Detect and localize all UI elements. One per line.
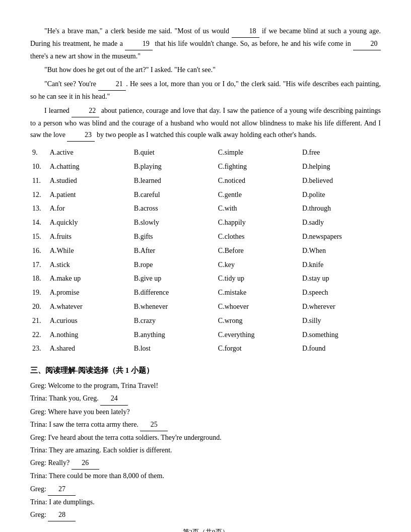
option-cell: C.gentle bbox=[216, 188, 300, 202]
blank-21: 21 bbox=[98, 78, 126, 91]
paragraph-3: "Can't see? You're 21. He sees a lot, mo… bbox=[30, 78, 381, 103]
question-num: 23. bbox=[30, 342, 48, 356]
question-num: 17. bbox=[30, 258, 48, 272]
dialog-line: Greg: 27 bbox=[30, 483, 381, 496]
table-row: 10.A.chattingB.playingC.fightingD.helpin… bbox=[30, 160, 381, 174]
dialog-line: Greg: Where have you been lately? bbox=[30, 406, 381, 418]
dialog-speaker: Trina: bbox=[30, 498, 47, 506]
question-num: 20. bbox=[30, 300, 48, 314]
option-cell: D.When bbox=[300, 244, 381, 258]
option-cell: B.difference bbox=[132, 286, 216, 300]
option-cell: A.nothing bbox=[48, 328, 132, 342]
question-num: 12. bbox=[30, 188, 48, 202]
paragraph-2: "But how does he get out of the art?" I … bbox=[30, 64, 381, 76]
blank-22: 22 bbox=[72, 105, 99, 117]
paragraph-1: "He's a brave man," a clerk beside me sa… bbox=[30, 25, 381, 62]
dialog-line: Trina: Thank you, Greg. 24 bbox=[30, 392, 381, 405]
dialog-blank: 27 bbox=[48, 483, 76, 496]
table-row: 11.A.studiedB.learnedC.noticedD.believed bbox=[30, 174, 381, 188]
dialog-blank: 25 bbox=[140, 418, 168, 431]
table-row: 9.A.activeB.quietC.simpleD.free bbox=[30, 146, 381, 160]
dialog-blank: 24 bbox=[100, 392, 128, 405]
option-cell: D.free bbox=[300, 146, 381, 160]
option-cell: B.careful bbox=[132, 188, 216, 202]
option-cell: A.active bbox=[48, 146, 132, 160]
option-cell: D.believed bbox=[300, 174, 381, 188]
option-cell: A.promise bbox=[48, 286, 132, 300]
option-cell: D.sadly bbox=[300, 216, 381, 230]
option-cell: B.rope bbox=[132, 258, 216, 272]
dialog-speaker: Trina: bbox=[30, 472, 47, 480]
dialog-line: Greg: 28 bbox=[30, 508, 381, 521]
question-num: 19. bbox=[30, 286, 48, 300]
option-cell: D.stay up bbox=[300, 272, 381, 286]
option-cell: A.curious bbox=[48, 314, 132, 328]
option-cell: C.key bbox=[216, 258, 300, 272]
dialog-line: Trina: They are amazing. Each soldier is… bbox=[30, 444, 381, 456]
para1-text: "He's a brave man," a clerk beside me sa… bbox=[44, 27, 232, 35]
question-num: 18. bbox=[30, 272, 48, 286]
table-row: 16.A.WhileB.AfterC.BeforeD.When bbox=[30, 244, 381, 258]
option-cell: B.whenever bbox=[132, 300, 216, 314]
option-cell: B.anything bbox=[132, 328, 216, 342]
table-row: 13.A.forB.acrossC.withD.through bbox=[30, 202, 381, 216]
question-num: 11. bbox=[30, 174, 48, 188]
dialog-container: Greg: Welcome to the program, Trina Trav… bbox=[30, 379, 381, 521]
option-cell: B.playing bbox=[132, 160, 216, 174]
option-cell: C.Before bbox=[216, 244, 300, 258]
option-cell: C.tidy up bbox=[216, 272, 300, 286]
option-cell: B.gifts bbox=[132, 230, 216, 244]
option-cell: B.slowly bbox=[132, 216, 216, 230]
option-cell: B.After bbox=[132, 244, 216, 258]
option-cell: C.whoever bbox=[216, 300, 300, 314]
dialog-speaker: Trina: bbox=[30, 394, 47, 402]
table-row: 12.A.patientB.carefulC.gentleD.polite bbox=[30, 188, 381, 202]
table-row: 19.A.promiseB.differenceC.mistakeD.speec… bbox=[30, 286, 381, 300]
option-cell: D.knife bbox=[300, 258, 381, 272]
options-table: 9.A.activeB.quietC.simpleD.free10.A.chat… bbox=[30, 146, 381, 356]
option-cell: C.mistake bbox=[216, 286, 300, 300]
table-row: 14.A.quicklyB.slowlyC.happilyD.sadly bbox=[30, 216, 381, 230]
para2-text: "But how does he get out of the art?" I … bbox=[44, 66, 216, 74]
table-row: 21.A.curiousB.crazyC.wrongD.silly bbox=[30, 314, 381, 328]
table-row: 23.A.sharedB.lostC.forgotD.found bbox=[30, 342, 381, 356]
page-footer: 第2页（共9页） bbox=[0, 527, 411, 532]
option-cell: A.studied bbox=[48, 174, 132, 188]
question-num: 16. bbox=[30, 244, 48, 258]
option-cell: B.quiet bbox=[132, 146, 216, 160]
dialog-text: I've heard about the terra cotta soldier… bbox=[48, 434, 221, 441]
option-cell: A.While bbox=[48, 244, 132, 258]
dialog-speaker: Greg: bbox=[30, 511, 46, 518]
para4a-text: I learned bbox=[44, 107, 72, 114]
option-cell: B.crazy bbox=[132, 314, 216, 328]
dialog-line: Greg: I've heard about the terra cotta s… bbox=[30, 431, 381, 444]
para3a-text: "Can't see? You're bbox=[44, 80, 98, 88]
option-cell: D.newspapers bbox=[300, 230, 381, 244]
para1d-text: there's a new art show in the museum." bbox=[30, 52, 141, 60]
para1c-text: that his life wouldn't change. So, as be… bbox=[153, 40, 353, 47]
option-cell: D.helping bbox=[300, 160, 381, 174]
dialog-speaker: Greg: bbox=[30, 382, 46, 389]
dialog-line: Trina: There could be more than 8,000 of… bbox=[30, 470, 381, 482]
option-cell: A.whatever bbox=[48, 300, 132, 314]
footer-text: 第2页（共9页） bbox=[183, 528, 229, 532]
option-cell: C.everything bbox=[216, 328, 300, 342]
blank-23: 23 bbox=[67, 129, 95, 142]
passage-section: "He's a brave man," a clerk beside me sa… bbox=[30, 25, 381, 142]
dialog-text: I ate dumplings. bbox=[49, 498, 95, 506]
question-num: 13. bbox=[30, 202, 48, 216]
option-cell: B.lost bbox=[132, 342, 216, 356]
option-cell: C.fighting bbox=[216, 160, 300, 174]
dialog-speaker: Greg: bbox=[30, 408, 46, 416]
dialog-text: Welcome to the program, Trina Travel! bbox=[48, 382, 158, 389]
option-cell: B.give up bbox=[132, 272, 216, 286]
option-cell: A.make up bbox=[48, 272, 132, 286]
blank-20: 20 bbox=[353, 38, 381, 50]
section3-header: 三、阅读理解-阅读选择（共 1 小题） bbox=[30, 366, 381, 375]
option-cell: C.forgot bbox=[216, 342, 300, 356]
dialog-line: Greg: Really? 26 bbox=[30, 456, 381, 470]
dialog-line: Trina: I saw the terra cotta army there.… bbox=[30, 418, 381, 431]
option-cell: C.simple bbox=[216, 146, 300, 160]
question-num: 21. bbox=[30, 314, 48, 328]
option-cell: C.happily bbox=[216, 216, 300, 230]
